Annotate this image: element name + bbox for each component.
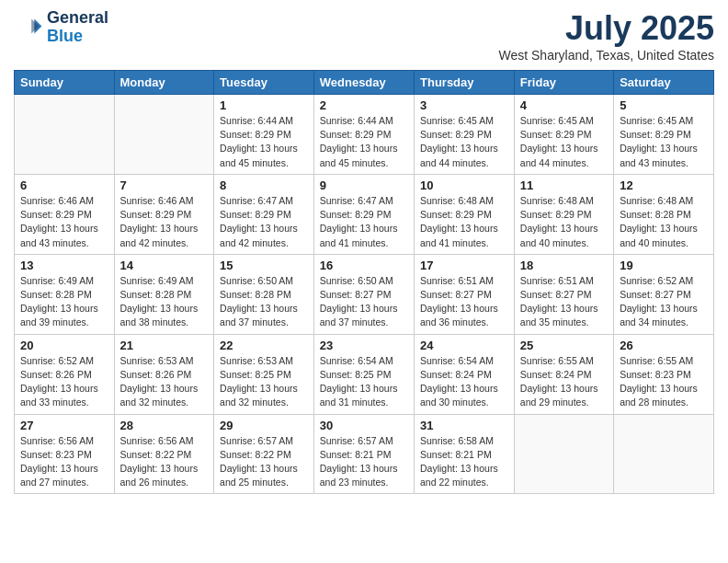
calendar-cell: 27Sunrise: 6:56 AM Sunset: 8:23 PM Dayli… <box>15 414 115 494</box>
calendar-cell: 14Sunrise: 6:49 AM Sunset: 8:28 PM Dayli… <box>114 254 214 334</box>
day-number: 3 <box>420 98 508 112</box>
day-info: Sunrise: 6:52 AM Sunset: 8:27 PM Dayligh… <box>620 274 708 330</box>
week-row-3: 13Sunrise: 6:49 AM Sunset: 8:28 PM Dayli… <box>15 254 714 334</box>
day-number: 8 <box>220 178 308 192</box>
day-info: Sunrise: 6:44 AM Sunset: 8:29 PM Dayligh… <box>220 114 308 170</box>
calendar-cell: 19Sunrise: 6:52 AM Sunset: 8:27 PM Dayli… <box>614 254 714 334</box>
calendar-cell: 18Sunrise: 6:51 AM Sunset: 8:27 PM Dayli… <box>514 254 613 334</box>
day-info: Sunrise: 6:57 AM Sunset: 8:22 PM Dayligh… <box>220 434 308 490</box>
calendar-cell <box>514 414 613 494</box>
day-number: 18 <box>520 259 608 272</box>
calendar-cell <box>614 414 714 494</box>
day-number: 9 <box>320 178 408 192</box>
calendar-cell: 23Sunrise: 6:54 AM Sunset: 8:25 PM Dayli… <box>313 334 414 414</box>
day-number: 5 <box>620 98 708 112</box>
day-info: Sunrise: 6:49 AM Sunset: 8:28 PM Dayligh… <box>20 274 108 330</box>
calendar-cell: 9Sunrise: 6:47 AM Sunset: 8:29 PM Daylig… <box>313 174 414 254</box>
calendar-cell: 15Sunrise: 6:50 AM Sunset: 8:28 PM Dayli… <box>214 254 314 334</box>
calendar-cell: 28Sunrise: 6:56 AM Sunset: 8:22 PM Dayli… <box>114 414 214 494</box>
day-info: Sunrise: 6:47 AM Sunset: 8:29 PM Dayligh… <box>320 194 408 250</box>
day-number: 30 <box>320 419 408 432</box>
calendar-cell: 26Sunrise: 6:55 AM Sunset: 8:23 PM Dayli… <box>614 334 714 414</box>
logo-icon <box>14 13 43 42</box>
day-number: 14 <box>120 259 209 272</box>
day-number: 1 <box>220 98 308 112</box>
day-number: 27 <box>20 419 108 432</box>
day-info: Sunrise: 6:50 AM Sunset: 8:28 PM Dayligh… <box>220 274 308 330</box>
calendar-cell: 1Sunrise: 6:44 AM Sunset: 8:29 PM Daylig… <box>214 95 314 175</box>
calendar-cell: 10Sunrise: 6:48 AM Sunset: 8:29 PM Dayli… <box>415 174 515 254</box>
day-number: 17 <box>420 259 508 272</box>
week-row-1: 1Sunrise: 6:44 AM Sunset: 8:29 PM Daylig… <box>15 95 714 175</box>
logo-text: General Blue <box>47 9 108 46</box>
calendar-cell: 22Sunrise: 6:53 AM Sunset: 8:25 PM Dayli… <box>214 334 314 414</box>
calendar-cell: 30Sunrise: 6:57 AM Sunset: 8:21 PM Dayli… <box>313 414 414 494</box>
calendar-table: SundayMondayTuesdayWednesdayThursdayFrid… <box>14 70 714 494</box>
day-info: Sunrise: 6:45 AM Sunset: 8:29 PM Dayligh… <box>620 114 708 170</box>
weekday-header-tuesday: Tuesday <box>214 71 314 95</box>
day-info: Sunrise: 6:55 AM Sunset: 8:24 PM Dayligh… <box>520 354 608 410</box>
day-number: 29 <box>220 419 308 432</box>
calendar-cell: 11Sunrise: 6:48 AM Sunset: 8:29 PM Dayli… <box>514 174 613 254</box>
day-info: Sunrise: 6:46 AM Sunset: 8:29 PM Dayligh… <box>120 194 209 250</box>
day-info: Sunrise: 6:54 AM Sunset: 8:24 PM Dayligh… <box>420 354 508 410</box>
calendar-cell <box>114 95 214 175</box>
day-info: Sunrise: 6:50 AM Sunset: 8:27 PM Dayligh… <box>320 274 408 330</box>
day-number: 28 <box>120 419 209 432</box>
calendar-cell: 16Sunrise: 6:50 AM Sunset: 8:27 PM Dayli… <box>313 254 414 334</box>
day-info: Sunrise: 6:48 AM Sunset: 8:29 PM Dayligh… <box>420 194 508 250</box>
day-number: 26 <box>620 339 708 352</box>
day-info: Sunrise: 6:48 AM Sunset: 8:28 PM Dayligh… <box>620 194 708 250</box>
day-info: Sunrise: 6:48 AM Sunset: 8:29 PM Dayligh… <box>520 194 608 250</box>
calendar-cell <box>15 95 115 175</box>
calendar-cell: 2Sunrise: 6:44 AM Sunset: 8:29 PM Daylig… <box>313 95 414 175</box>
calendar-cell: 7Sunrise: 6:46 AM Sunset: 8:29 PM Daylig… <box>114 174 214 254</box>
day-info: Sunrise: 6:53 AM Sunset: 8:26 PM Dayligh… <box>120 354 209 410</box>
day-info: Sunrise: 6:57 AM Sunset: 8:21 PM Dayligh… <box>320 434 408 490</box>
day-info: Sunrise: 6:58 AM Sunset: 8:21 PM Dayligh… <box>420 434 508 490</box>
weekday-header-wednesday: Wednesday <box>313 71 414 95</box>
weekday-header-sunday: Sunday <box>15 71 115 95</box>
day-info: Sunrise: 6:56 AM Sunset: 8:23 PM Dayligh… <box>20 434 108 490</box>
week-row-2: 6Sunrise: 6:46 AM Sunset: 8:29 PM Daylig… <box>15 174 714 254</box>
page-header: General Blue July 2025 West Sharyland, T… <box>14 9 714 63</box>
day-info: Sunrise: 6:54 AM Sunset: 8:25 PM Dayligh… <box>320 354 408 410</box>
weekday-header-saturday: Saturday <box>614 71 714 95</box>
day-number: 15 <box>220 259 308 272</box>
day-number: 19 <box>620 259 708 272</box>
weekday-header-friday: Friday <box>514 71 613 95</box>
day-info: Sunrise: 6:53 AM Sunset: 8:25 PM Dayligh… <box>220 354 308 410</box>
week-row-5: 27Sunrise: 6:56 AM Sunset: 8:23 PM Dayli… <box>15 414 714 494</box>
calendar-header-row: SundayMondayTuesdayWednesdayThursdayFrid… <box>15 71 714 95</box>
day-number: 10 <box>420 178 508 192</box>
day-number: 6 <box>20 178 108 192</box>
calendar-cell: 29Sunrise: 6:57 AM Sunset: 8:22 PM Dayli… <box>214 414 314 494</box>
location-title: West Sharyland, Texas, United States <box>499 48 715 63</box>
day-info: Sunrise: 6:45 AM Sunset: 8:29 PM Dayligh… <box>420 114 508 170</box>
calendar-cell: 13Sunrise: 6:49 AM Sunset: 8:28 PM Dayli… <box>15 254 115 334</box>
weekday-header-monday: Monday <box>114 71 214 95</box>
day-number: 16 <box>320 259 408 272</box>
day-number: 2 <box>320 98 408 112</box>
calendar-cell: 25Sunrise: 6:55 AM Sunset: 8:24 PM Dayli… <box>514 334 613 414</box>
calendar-cell: 20Sunrise: 6:52 AM Sunset: 8:26 PM Dayli… <box>15 334 115 414</box>
day-info: Sunrise: 6:47 AM Sunset: 8:29 PM Dayligh… <box>220 194 308 250</box>
day-info: Sunrise: 6:51 AM Sunset: 8:27 PM Dayligh… <box>520 274 608 330</box>
calendar-cell: 3Sunrise: 6:45 AM Sunset: 8:29 PM Daylig… <box>415 95 515 175</box>
calendar-cell: 31Sunrise: 6:58 AM Sunset: 8:21 PM Dayli… <box>415 414 515 494</box>
day-info: Sunrise: 6:49 AM Sunset: 8:28 PM Dayligh… <box>120 274 209 330</box>
day-info: Sunrise: 6:52 AM Sunset: 8:26 PM Dayligh… <box>20 354 108 410</box>
day-number: 25 <box>520 339 608 352</box>
week-row-4: 20Sunrise: 6:52 AM Sunset: 8:26 PM Dayli… <box>15 334 714 414</box>
calendar-cell: 8Sunrise: 6:47 AM Sunset: 8:29 PM Daylig… <box>214 174 314 254</box>
day-info: Sunrise: 6:45 AM Sunset: 8:29 PM Dayligh… <box>520 114 608 170</box>
calendar-cell: 5Sunrise: 6:45 AM Sunset: 8:29 PM Daylig… <box>614 95 714 175</box>
logo: General Blue <box>14 9 108 46</box>
calendar-cell: 24Sunrise: 6:54 AM Sunset: 8:24 PM Dayli… <box>415 334 515 414</box>
title-section: July 2025 West Sharyland, Texas, United … <box>499 9 715 63</box>
day-number: 22 <box>220 339 308 352</box>
day-number: 24 <box>420 339 508 352</box>
day-number: 7 <box>120 178 209 192</box>
weekday-header-thursday: Thursday <box>415 71 515 95</box>
day-number: 13 <box>20 259 108 272</box>
